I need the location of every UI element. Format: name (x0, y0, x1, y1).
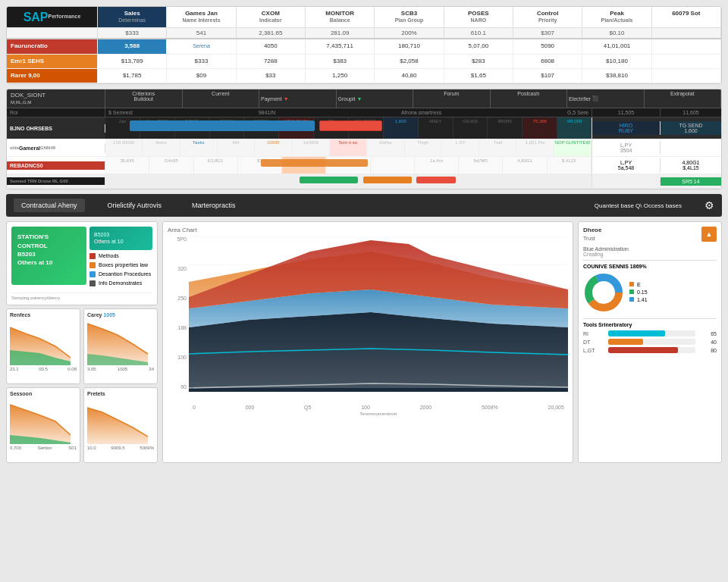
nav-item-1[interactable]: Contractual Aheny (14, 199, 85, 212)
rp-li-1-label: E (637, 282, 641, 287)
sc3-labels: 0,700 Sertion S01 (10, 446, 77, 450)
sh-7: $307 (513, 28, 582, 38)
data-row-1: Fauruncratio 3,588 Serena 4050 7,435,711… (7, 39, 721, 54)
small-chart-4: Pretets 10.0 9009.5 (83, 387, 158, 463)
sc3-svg (10, 399, 71, 444)
sh-6: 610.1 (444, 28, 513, 38)
sc1-svg (10, 320, 71, 365)
gantt-bar-1a (130, 120, 315, 131)
right-panel-header: Dheoe Trust Blue Administration Creating… (583, 227, 717, 257)
row1-c9 (652, 39, 721, 53)
sc3-l2: Sertion (38, 446, 52, 450)
col-header-5: SCB3Plan Group (375, 7, 444, 27)
table-subheader-row: $333 541 2,381.65 281.09 200% 610.1 $307… (7, 28, 721, 39)
col-header-4: MONITORBalance (306, 7, 375, 27)
x-label-7: 20,005 (548, 405, 564, 410)
rp-li-2: 0.15 (629, 289, 648, 295)
svg-marker-6 (87, 408, 148, 444)
pb-track-2 (608, 339, 695, 345)
small-chart-3: Sessoon 0,700 (6, 387, 80, 463)
row3-c3: $33 (237, 69, 306, 83)
row2-c1: $13,789 (98, 55, 167, 68)
x-axis: 0 000 Q5 100 2000 5008% 20,005 (189, 405, 568, 410)
sc3-title: Sessoon (10, 391, 77, 396)
sc2-l3: 34 (149, 367, 154, 371)
sh-0 (7, 28, 98, 38)
main-chart-title: Area Chart (168, 227, 568, 233)
green-status-box: STATION'S CONTROL B5203 Others at 10 (11, 227, 86, 284)
y-label-2: 320 (168, 266, 187, 271)
rp-li-3-label: 1.41 (637, 297, 648, 302)
main-chart-svg (189, 236, 568, 403)
gantt-sub-r2: 11,605 (661, 108, 721, 117)
sc2-svg (87, 320, 148, 365)
row1-c1: 3,588 (98, 39, 167, 53)
legend-panel: STATION'S CONTROL B5203 Others at 10 B52… (6, 221, 158, 305)
row2-c3: 7288 (237, 55, 306, 68)
pb-track-3 (608, 347, 695, 353)
sap-logo: SAP (24, 10, 49, 24)
legend-dot-4 (89, 280, 96, 286)
status-line2: CONTROL (17, 242, 80, 250)
legend-label-1: Methods (99, 253, 119, 258)
rp-subtitle: Trust (583, 235, 629, 242)
pb-row-2: DT 40 (583, 339, 717, 345)
row3-c6: $1,65 (444, 69, 513, 83)
legend-dot-3 (89, 271, 96, 277)
nav-item-2[interactable]: Orielictify Autrovis (100, 199, 170, 212)
sc4-l3: 5009% (140, 446, 154, 450)
pb-val-2: 40 (698, 340, 717, 345)
row1-label: Fauruncratio (7, 39, 98, 53)
legend-item-2: Boxes properties law (89, 262, 152, 268)
x-label-4: 100 (361, 405, 370, 410)
col-header-8: PeakPlan/Actuals (582, 7, 651, 27)
sc3-l3: S01 (68, 446, 77, 450)
pb-fill-2 (608, 339, 643, 345)
sc4-title: Pretets (87, 391, 154, 396)
sc2-l1: 3.05 (87, 367, 96, 371)
row1-c6: 5,07,00 (444, 39, 513, 53)
gantt-months-header: Rol $ Semrest 9841IN Afrona smartress G,… (7, 108, 721, 117)
sc1-l2: 00.5 (39, 367, 48, 371)
gantt-col-headers: CriterionsBuildout Current Payment ▼ Gro… (105, 89, 721, 108)
y-label-4: 188 (168, 325, 187, 330)
rp-chart-area: E 0.15 1.41 (583, 272, 717, 314)
legend-label-2: Boxes properties law (99, 262, 148, 268)
gantt-bars-3: 35,645 G4r0l5 E3,8G1 $3 1a,4rn 5d7M5 4,8… (105, 157, 592, 174)
legend-label-4: Info Demonstrates (99, 280, 142, 286)
pb-fill-3 (608, 347, 678, 353)
gantt-bar-4b (363, 177, 412, 183)
divider-2 (583, 318, 717, 319)
rp-sub2: Creating (583, 252, 629, 257)
row3-label: Rarer 9,00 (7, 69, 98, 83)
gh-current: Current (183, 89, 260, 108)
progress-title: Tools Srinerbratory (583, 322, 717, 327)
rp-legend-items: E 0.15 1.41 (629, 282, 648, 305)
gantt-bars-4 (105, 174, 592, 188)
gantt-far-right-4: SR5 14 (661, 177, 721, 186)
gantt-far-right-1: TG SEND1,600 (661, 121, 721, 135)
nav-item-3[interactable]: Marteropractis (184, 199, 243, 212)
sc4-svg (87, 399, 148, 444)
small-chart-1: Renfecs 23.1 0 (6, 308, 80, 384)
gantt-col-label: DOK_SIONTM,RL,G,M (7, 89, 105, 108)
gs-s-connect: $ Semrest (108, 110, 133, 115)
rp-title: Dheoe (583, 227, 629, 233)
settings-icon[interactable]: ⚙ (704, 199, 714, 211)
status-line4: Others at 10 (17, 258, 80, 267)
gantt-label-4: Semied TRN Drone RL G00 (7, 177, 105, 185)
top-table-section: SAP Performance SalesDeterminas Games Ja… (6, 6, 722, 84)
nav-item-4[interactable]: Quantest base Q\ Occess bases (587, 199, 689, 212)
sh-5: 200% (375, 28, 444, 38)
gh-postcash: Postcash (491, 89, 568, 108)
nav-bar: Contractual Aheny Orielictify Autrovis M… (6, 194, 722, 217)
rp-indicator: ▲ (701, 227, 717, 242)
pb-label-1: RI (583, 331, 606, 336)
sc1-l1: 23.1 (10, 367, 19, 371)
sc2-labels: 3.05 1005 34 (87, 367, 154, 371)
x-label-2: 000 (246, 405, 255, 410)
y-axis: 5P0 320 250 188 100 60 (168, 236, 189, 403)
x-label-3: Q5 (304, 405, 311, 410)
divider-1 (583, 260, 717, 261)
col-header-2: Games JanName Interests (167, 7, 236, 27)
